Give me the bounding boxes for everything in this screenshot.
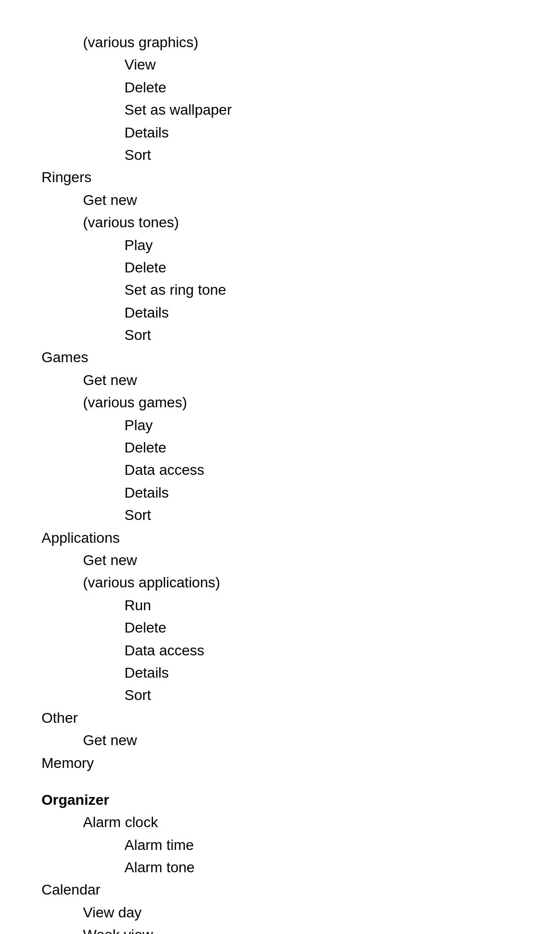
games-label: Games: [41, 346, 519, 368]
organizer-heading: Organizer: [41, 789, 519, 811]
sort-item: Sort: [124, 324, 519, 346]
various-tones-label: (various tones): [83, 211, 519, 233]
alarm-tone-item: Alarm tone: [124, 856, 519, 878]
alarm-time-item: Alarm time: [124, 834, 519, 856]
ringers-label: Ringers: [41, 166, 519, 188]
various-games-label: (various games): [83, 391, 519, 414]
applications-label: Applications: [41, 527, 519, 549]
view-day-item: View day: [83, 901, 519, 924]
play-item: Play: [124, 414, 519, 436]
set-as-wallpaper-item: Set as wallpaper: [124, 99, 519, 121]
delete-item: Delete: [124, 616, 519, 639]
data-access-item: Data access: [124, 639, 519, 662]
ringers-get-new: Get new: [83, 189, 519, 211]
calendar-label: Calendar: [41, 878, 519, 901]
applications-get-new: Get new: [83, 549, 519, 571]
run-item: Run: [124, 594, 519, 616]
details-item: Details: [124, 662, 519, 684]
memory-label: Memory: [41, 752, 519, 774]
details-item: Details: [124, 121, 519, 144]
delete-item: Delete: [124, 76, 519, 99]
other-get-new: Get new: [83, 729, 519, 751]
details-item: Details: [124, 301, 519, 324]
menu-tree: (various graphics) View Delete Set as wa…: [41, 31, 519, 934]
various-applications-label: (various applications): [83, 571, 519, 594]
delete-item: Delete: [124, 436, 519, 459]
week-view-item: Week view: [83, 924, 519, 934]
sort-item: Sort: [124, 504, 519, 526]
sort-item: Sort: [124, 684, 519, 706]
play-item: Play: [124, 234, 519, 256]
page-content: (various graphics) View Delete Set as wa…: [0, 0, 560, 934]
various-graphics-label: (various graphics): [83, 31, 519, 53]
games-get-new: Get new: [83, 369, 519, 391]
sort-item: Sort: [124, 144, 519, 166]
data-access-item: Data access: [124, 459, 519, 481]
alarm-clock-label: Alarm clock: [83, 811, 519, 833]
view-item: View: [124, 53, 519, 76]
delete-item: Delete: [124, 256, 519, 279]
set-as-ring-tone-item: Set as ring tone: [124, 279, 519, 301]
details-item: Details: [124, 482, 519, 504]
other-label: Other: [41, 707, 519, 729]
